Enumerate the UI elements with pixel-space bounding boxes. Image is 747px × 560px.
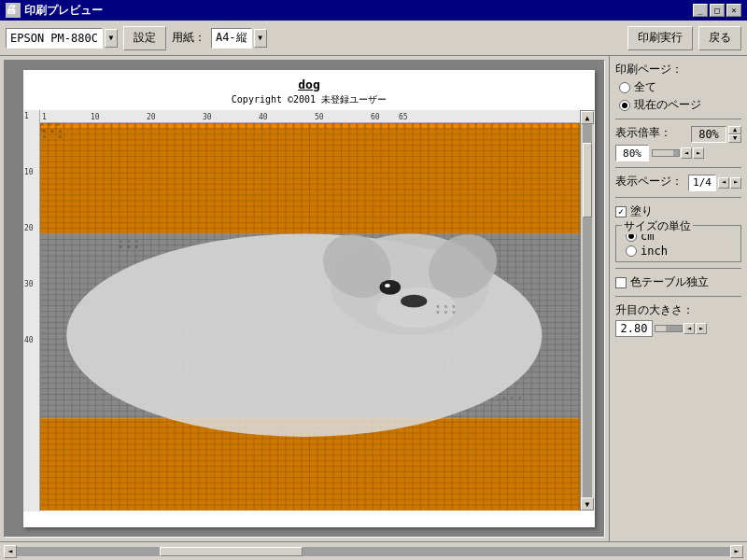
svg-point-169 [239,124,245,128]
back-button[interactable]: 戻る [698,26,741,50]
svg-text:V: V [452,309,455,314]
zoom-increase-button[interactable]: ▲ [728,126,741,134]
svg-point-208 [548,124,554,128]
svg-point-195 [445,124,451,128]
current-page-radio-circle[interactable] [619,100,630,111]
svg-point-149 [81,124,87,128]
svg-point-151 [97,124,103,128]
svg-point-180 [327,124,332,128]
minimize-button[interactable]: _ [693,4,708,17]
vertical-scrollbar[interactable]: ▲ ▼ [580,110,595,511]
divider-1 [615,119,741,119]
svg-point-182 [343,124,348,128]
preview-title: dog [23,70,595,93]
cell-size-decrease[interactable]: ◄ [684,323,695,334]
ruler-h-10: 10 [91,113,100,121]
cell-size-increase[interactable]: ► [696,323,707,334]
svg-point-173 [271,124,276,128]
vertical-scroll-track[interactable] [583,124,592,497]
print-page-radio-group: 全て 現在のページ [615,79,741,113]
svg-point-219 [401,295,427,308]
view-page-value: 1/4 [688,175,716,191]
scroll-down-arrow[interactable]: ▼ [581,497,594,511]
svg-point-189 [398,124,403,128]
svg-point-154 [120,124,126,128]
svg-text:A: A [50,129,53,133]
scroll-h-left-arrow[interactable]: ◄ [4,545,17,558]
svg-text:A: A [59,134,62,139]
close-button[interactable]: × [726,4,741,17]
svg-point-202 [500,124,506,128]
current-page-radio[interactable]: 現在のページ [619,97,741,113]
svg-point-150 [89,124,94,128]
title-bar-left: 🖨 印刷プレビュー [6,3,103,19]
svg-text:+: + [127,239,130,244]
svg-point-170 [247,124,253,128]
ruler-h-40: 40 [259,113,268,121]
next-page-button[interactable]: ► [730,177,741,189]
svg-point-190 [405,124,411,128]
horizontal-scroll-thumb[interactable] [160,547,303,556]
scroll-up-arrow[interactable]: ▲ [581,111,594,124]
all-pages-label: 全て [634,79,656,95]
title-bar: 🖨 印刷プレビュー _ □ × [0,0,747,21]
printer-select-value: EPSON PM-880C [6,28,103,49]
ruler-h-50: 50 [315,113,324,121]
current-page-label: 現在のページ [634,97,701,113]
cell-size-label: 升目の大きさ： [615,302,741,318]
ruler-v-10: 10 [24,168,34,176]
paper-dropdown-arrow[interactable]: ▼ [254,29,267,48]
horizontal-scroll-track[interactable] [17,547,730,556]
svg-text:A: A [59,129,62,133]
inch-radio[interactable]: inch [626,245,735,258]
zoom-decrease-button[interactable]: ▼ [728,134,741,143]
window-title: 印刷プレビュー [24,3,103,19]
svg-point-174 [279,124,285,128]
svg-point-203 [509,124,514,128]
maximize-button[interactable]: □ [710,4,725,17]
ruler-v-40: 40 [24,336,34,344]
print-button[interactable]: 印刷実行 [627,26,693,50]
preview-copyright: Copyright ©2001 未登録ユーザー [23,93,595,106]
ruler-v-30: 30 [24,280,34,288]
svg-text:+: + [135,239,138,244]
svg-text:Y: Y [510,396,513,400]
printer-select[interactable]: EPSON PM-880C ▼ [6,28,118,49]
color-table-checkbox[interactable] [615,277,627,288]
all-pages-radio-circle[interactable] [619,82,630,93]
svg-text:·: · [50,134,53,139]
fill-checkbox-item[interactable]: ✓ 塗り [615,203,741,219]
svg-text:V: V [436,309,439,314]
vertical-scroll-thumb[interactable] [583,143,592,217]
zoom-scroll-right[interactable]: ► [693,147,704,159]
svg-text:V: V [444,309,447,314]
svg-point-188 [390,124,396,128]
svg-text:Y: Y [518,396,521,400]
svg-point-197 [461,124,467,128]
scroll-h-right-arrow[interactable]: ► [730,545,743,558]
paper-select[interactable]: A4-縦 ▼ [211,28,267,49]
all-pages-radio[interactable]: 全て [619,79,741,95]
svg-point-177 [303,124,308,128]
settings-button[interactable]: 設定 [123,26,166,50]
svg-point-205 [525,124,530,128]
color-table-checkbox-item[interactable]: 色テーブル独立 [615,274,741,290]
svg-point-172 [263,124,269,128]
printer-dropdown-arrow[interactable]: ▼ [105,29,118,48]
svg-point-200 [485,124,490,128]
paper-select-value: A4-縦 [211,28,252,49]
zoom-spin-buttons[interactable]: ▲ ▼ [728,126,741,143]
divider-3 [615,197,741,198]
svg-point-186 [374,124,380,128]
fill-checkbox[interactable]: ✓ [615,206,627,217]
stitch-pattern: AAA A·A +++ EEE SSS VVV YYY [40,123,595,511]
svg-point-168 [232,124,237,128]
zoom-scroll-left[interactable]: ◄ [681,147,692,159]
inch-radio-circle[interactable] [626,245,637,257]
svg-point-193 [430,124,435,128]
prev-page-button[interactable]: ◄ [718,177,729,189]
svg-point-191 [414,124,419,128]
svg-point-164 [200,124,205,128]
cell-size-control: 2.80 ◄ ► [615,320,741,337]
svg-point-160 [168,124,174,128]
